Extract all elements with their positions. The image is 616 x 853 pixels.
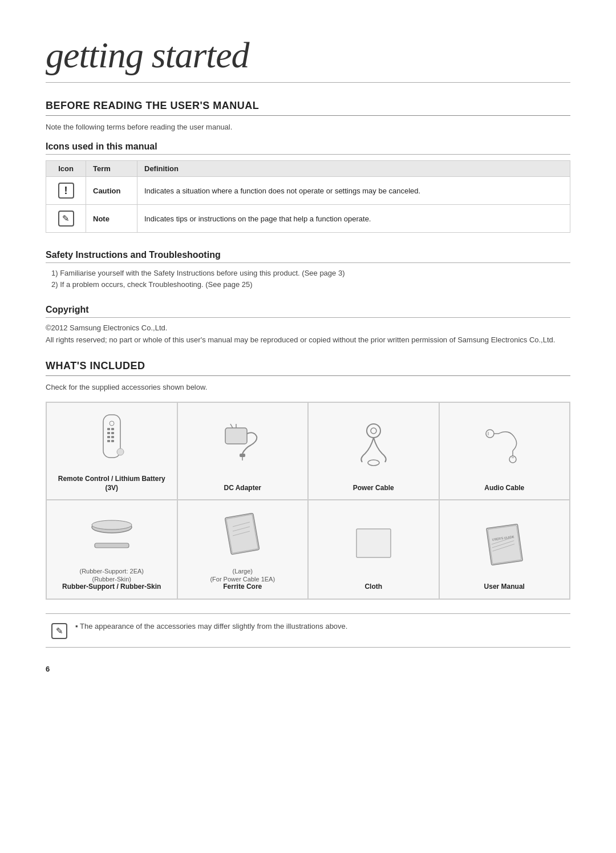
cloth-label: Cloth — [364, 583, 382, 592]
col-def: Definition — [137, 161, 570, 177]
copyright-line: ©2012 Samsung Electronics Co.,Ltd. — [46, 324, 570, 332]
note-icon: ✎ — [58, 211, 74, 227]
ferrite-label: Ferrite Core — [210, 583, 275, 592]
svg-point-10 — [117, 448, 124, 455]
svg-rect-4 — [107, 432, 110, 434]
cloth-image — [315, 510, 432, 577]
svg-point-19 — [486, 430, 494, 438]
remote-label: Remote Control / Lithium Battery (3V) — [54, 475, 170, 492]
svg-point-18 — [368, 460, 379, 466]
accessory-cloth: Cloth — [308, 500, 439, 599]
note-box-icon: ✎ — [51, 623, 67, 639]
svg-rect-8 — [107, 440, 110, 442]
power-cable-label: Power Cable — [353, 484, 394, 493]
power-cable-image — [315, 412, 432, 478]
copyright-section: Copyright ©2012 Samsung Electronics Co.,… — [46, 305, 570, 344]
svg-rect-11 — [225, 428, 247, 444]
remote-image — [54, 412, 170, 469]
def-caution: Indicates a situation where a function d… — [137, 177, 570, 205]
term-note: Note — [86, 205, 137, 233]
term-caution: Caution — [86, 177, 137, 205]
svg-line-14 — [230, 424, 233, 428]
accessory-audio-cable: Audio Cable — [439, 402, 570, 500]
svg-rect-2 — [107, 428, 110, 430]
note-box: ✎ The appearance of the accessories may … — [46, 613, 570, 648]
page-title: getting started — [46, 34, 570, 83]
whats-included-heading: WHAT'S INCLUDED — [46, 360, 570, 376]
svg-rect-7 — [111, 436, 114, 438]
table-row: ! Caution Indicates a situation where a … — [46, 177, 570, 205]
svg-rect-6 — [107, 436, 110, 438]
before-reading-intro: Note the following terms before reading … — [46, 123, 570, 131]
before-reading-heading: BEFORE READING THE USER'S MANUAL — [46, 100, 570, 116]
dc-adapter-image — [185, 412, 301, 478]
rubber-sublabel-1: (Rubber-Support: 2EA) — [62, 568, 161, 575]
whats-included-intro: Check for the supplied accessories shown… — [46, 383, 570, 391]
svg-rect-3 — [111, 428, 114, 430]
svg-point-17 — [371, 428, 376, 434]
accessory-rubber: (Rubber-Support: 2EA) (Rubber-Skin) Rubb… — [46, 500, 177, 599]
caution-icon: ! — [58, 183, 74, 199]
safety-section: Safety Instructions and Troubleshooting … — [46, 250, 570, 289]
safety-heading: Safety Instructions and Troubleshooting — [46, 250, 570, 263]
audio-cable-image — [447, 412, 563, 478]
svg-rect-27 — [95, 543, 129, 548]
copyright-heading: Copyright — [46, 305, 570, 318]
ferrite-image — [185, 510, 301, 561]
rubber-label: Rubber-Support / Rubber-Skin — [62, 583, 161, 592]
icon-cell-caution: ! — [46, 177, 86, 205]
table-row: ✎ Note Indicates tips or instructions on… — [46, 205, 570, 233]
icon-cell-note: ✎ — [46, 205, 86, 233]
icons-table: Icon Term Definition ! Caution Indicates… — [46, 160, 570, 233]
svg-rect-28 — [225, 513, 260, 555]
svg-rect-9 — [111, 440, 114, 442]
rubber-sublabel-2: (Rubber-Skin) — [62, 576, 161, 583]
col-term: Term — [86, 161, 137, 177]
accessory-remote: Remote Control / Lithium Battery (3V) — [46, 402, 177, 500]
safety-list: 1) Familiarise yourself with the Safety … — [51, 269, 570, 289]
svg-rect-5 — [111, 432, 114, 434]
ferrite-sublabel-2: (For Power Cable 1EA) — [210, 576, 275, 583]
whats-included-section: WHAT'S INCLUDED Check for the supplied a… — [46, 360, 570, 648]
col-icon: Icon — [46, 161, 86, 177]
rubber-image — [54, 510, 170, 561]
list-item: 2) If a problem occurs, check Troublesho… — [51, 280, 570, 289]
user-manual-image: USER'S GUIDE — [447, 510, 563, 577]
note-box-text: The appearance of the accessories may di… — [75, 622, 347, 630]
accessory-power-cable: Power Cable — [308, 402, 439, 500]
svg-point-26 — [92, 520, 132, 529]
audio-cable-label: Audio Cable — [484, 484, 524, 493]
list-item: 1) Familiarise yourself with the Safety … — [51, 269, 570, 277]
svg-point-16 — [367, 424, 380, 438]
svg-rect-33 — [356, 529, 391, 557]
accessory-user-manual: USER'S GUIDE User Manual — [439, 500, 570, 599]
ferrite-sublabel-1: (Large) — [210, 568, 275, 575]
accessory-ferrite: (Large) (For Power Cable 1EA) Ferrite Co… — [177, 500, 309, 599]
copyright-body: All rights reserved; no part or whole of… — [46, 335, 570, 344]
user-manual-label: User Manual — [484, 583, 525, 592]
dc-adapter-label: DC Adapter — [224, 484, 261, 493]
svg-point-1 — [110, 421, 114, 426]
page-number: 6 — [46, 665, 570, 673]
accessories-grid: Remote Control / Lithium Battery (3V) — [46, 402, 570, 600]
icons-section: Icons used in this manual Icon Term Defi… — [46, 142, 570, 233]
svg-rect-12 — [240, 454, 245, 457]
accessory-dc-adapter: DC Adapter — [177, 402, 309, 500]
before-reading-section: BEFORE READING THE USER'S MANUAL Note th… — [46, 100, 570, 344]
def-note: Indicates tips or instructions on the pa… — [137, 205, 570, 233]
icons-heading: Icons used in this manual — [46, 142, 570, 155]
svg-point-22 — [509, 456, 516, 463]
